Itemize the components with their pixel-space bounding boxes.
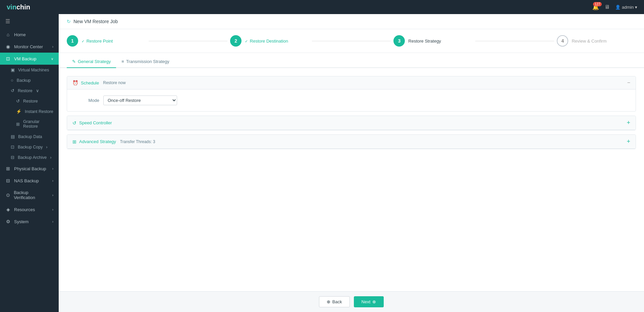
step-1-label: ✓ Restore Point <box>82 39 113 44</box>
sidebar-label-monitor-center: Monitor Center <box>14 44 43 49</box>
sidebar-item-granular-restore[interactable]: ⊞ Granular Restore <box>0 117 59 131</box>
virtual-machines-icon: ▣ <box>11 67 15 72</box>
instant-restore-icon: ⚡ <box>16 109 21 114</box>
chevron-down-icon: ∨ <box>51 57 53 61</box>
sidebar-item-backup-copy[interactable]: ⊡ Backup Copy › <box>0 142 59 152</box>
sidebar-item-restore[interactable]: ↺ Restore ∨ <box>0 85 59 96</box>
system-icon: ⚙ <box>5 219 11 224</box>
mode-select[interactable]: Once-off Restore Scheduled Restore <box>103 96 177 105</box>
schedule-header: ⏰ Schedule Restore now − <box>67 76 636 89</box>
vm-backup-icon: ⊡ <box>5 56 11 61</box>
resources-chevron: › <box>52 208 53 211</box>
sidebar-item-virtual-machines[interactable]: ▣ Virtual Machines <box>0 65 59 75</box>
sidebar-item-backup[interactable]: ○ Backup <box>0 75 59 85</box>
transmission-strategy-icon: ≡ <box>121 59 124 64</box>
logo-part2: chin <box>16 3 30 11</box>
speed-controller-expand-btn[interactable]: + <box>627 119 630 126</box>
user-menu[interactable]: 👤 admin ▾ <box>615 5 637 10</box>
logo-part1: vin <box>7 3 16 11</box>
content-wrapper: ↻ New VM Restore Job 1 ✓ Restore Point <box>59 14 644 312</box>
sidebar-item-vm-backup[interactable]: ⊡ VM Backup ∨ <box>0 53 59 65</box>
sidebar-item-system[interactable]: ⚙ System › <box>0 215 59 228</box>
resources-icon: ◈ <box>5 207 11 212</box>
sidebar-item-nas-backup[interactable]: ⊟ NAS Backup › <box>0 175 59 187</box>
sidebar-label-restore: Restore <box>18 88 33 93</box>
speed-controller-title: Speed Controller <box>79 120 112 125</box>
main-content: ↻ New VM Restore Job 1 ✓ Restore Point <box>59 14 644 312</box>
schedule-section: ⏰ Schedule Restore now − Mode Once-off R… <box>67 76 636 112</box>
advanced-strategy-expand-btn[interactable]: + <box>627 138 630 145</box>
next-label: Next <box>362 299 371 304</box>
step-4-label: Review & Confirm <box>572 39 606 44</box>
general-strategy-icon: ✎ <box>72 59 76 64</box>
sidebar-item-home[interactable]: ⌂ Home <box>0 28 59 41</box>
layout: ☰ ⌂ Home ◉ Monitor Center › ⊡ VM Backup … <box>0 14 644 312</box>
schedule-collapse-btn[interactable]: − <box>627 80 630 86</box>
sidebar-item-restore-sub[interactable]: ↺ Restore <box>0 96 59 106</box>
sidebar-label-backup-archive: Backup Archive <box>18 155 47 160</box>
backup-copy-icon: ⊡ <box>11 144 14 149</box>
next-button[interactable]: Next ⊕ <box>354 296 384 307</box>
sidebar-toggle[interactable]: ☰ <box>0 14 59 28</box>
step-3-circle: 3 <box>393 35 405 47</box>
system-chevron: › <box>52 220 53 224</box>
sidebar-item-backup-data[interactable]: ▤ Backup Data <box>0 131 59 142</box>
back-label: Back <box>332 299 342 304</box>
step-2-circle: 2 <box>230 35 241 47</box>
schedule-subtitle: Restore now <box>103 80 125 85</box>
chevron-right-icon: › <box>52 45 53 49</box>
back-button[interactable]: ⊕ Back <box>319 296 350 307</box>
tab-general-strategy[interactable]: ✎ General Strategy <box>67 56 116 68</box>
sidebar: ☰ ⌂ Home ◉ Monitor Center › ⊡ VM Backup … <box>0 14 59 312</box>
backup-archive-icon: ⊟ <box>11 155 14 160</box>
sidebar-label-granular-restore: Granular Restore <box>23 119 53 129</box>
sidebar-item-physical-backup[interactable]: ⊞ Physical Backup › <box>0 163 59 175</box>
schedule-icon: ⏰ <box>72 80 78 85</box>
step-3-number: 3 <box>398 38 400 44</box>
monitor-icon[interactable]: 🖥 <box>604 4 610 10</box>
page-header: ↻ New VM Restore Job <box>59 14 644 29</box>
sidebar-label-instant-restore: Instant Restore <box>25 109 53 114</box>
sidebar-label-backup-copy: Backup Copy <box>18 145 43 149</box>
sidebar-item-backup-verification[interactable]: ⊙ Backup Verification › <box>0 187 59 203</box>
tab-general-label: General Strategy <box>78 59 111 64</box>
advanced-strategy-header-left: ⊞ Advanced Strategy Transfer Threads: 3 <box>72 139 155 144</box>
schedule-body: Mode Once-off Restore Scheduled Restore <box>67 89 636 111</box>
sidebar-item-resources[interactable]: ◈ Resources › <box>0 203 59 215</box>
sidebar-label-nas-backup: NAS Backup <box>14 178 39 183</box>
refresh-icon[interactable]: ↻ <box>67 19 71 24</box>
back-icon: ⊕ <box>327 299 330 304</box>
step-connector-2 <box>312 41 391 41</box>
topbar-right: 🔔 127 🖥 👤 admin ▾ <box>592 4 637 10</box>
sidebar-item-backup-archive[interactable]: ⊟ Backup Archive › <box>0 152 59 163</box>
advanced-strategy-title: Advanced Strategy <box>79 139 116 144</box>
topbar: vinchin 🔔 127 🖥 👤 admin ▾ <box>0 0 644 14</box>
advanced-strategy-subtitle: Transfer Threads: 3 <box>120 139 155 144</box>
wizard-steps: 1 ✓ Restore Point 2 ✓ Restore Destina <box>59 29 644 53</box>
backup-copy-chevron: › <box>46 145 47 149</box>
advanced-strategy-icon: ⊞ <box>72 139 76 144</box>
step-4-circle: 4 <box>557 35 568 47</box>
backup-archive-chevron: › <box>50 155 51 160</box>
advanced-strategy-section: ⊞ Advanced Strategy Transfer Threads: 3 … <box>67 134 636 149</box>
speed-controller-section: ↺ Speed Controller + <box>67 116 636 130</box>
notification-bell[interactable]: 🔔 127 <box>592 4 599 10</box>
schedule-title: Schedule <box>81 80 99 85</box>
monitor-center-icon: ◉ <box>5 44 11 49</box>
tab-transmission-label: Transmission Strategy <box>126 59 169 64</box>
step-1-check: ✓ <box>82 39 85 43</box>
sidebar-label-backup-data: Backup Data <box>18 134 42 139</box>
sidebar-item-monitor-center[interactable]: ◉ Monitor Center › <box>0 41 59 53</box>
step-connector-3 <box>475 41 554 41</box>
restore-icon: ↺ <box>11 88 14 93</box>
advanced-strategy-header: ⊞ Advanced Strategy Transfer Threads: 3 … <box>67 135 636 149</box>
mode-label: Mode <box>72 98 99 103</box>
step-1: 1 ✓ Restore Point <box>67 35 146 47</box>
sidebar-label-vm-backup: VM Backup <box>14 56 36 61</box>
sidebar-item-instant-restore[interactable]: ⚡ Instant Restore <box>0 106 59 117</box>
strategy-tabs: ✎ General Strategy ≡ Transmission Strate… <box>59 56 644 68</box>
nas-backup-icon: ⊟ <box>5 178 11 183</box>
strategy-content: ⏰ Schedule Restore now − Mode Once-off R… <box>59 68 644 291</box>
step-2-check: ✓ <box>245 39 248 43</box>
tab-transmission-strategy[interactable]: ≡ Transmission Strategy <box>116 56 174 68</box>
